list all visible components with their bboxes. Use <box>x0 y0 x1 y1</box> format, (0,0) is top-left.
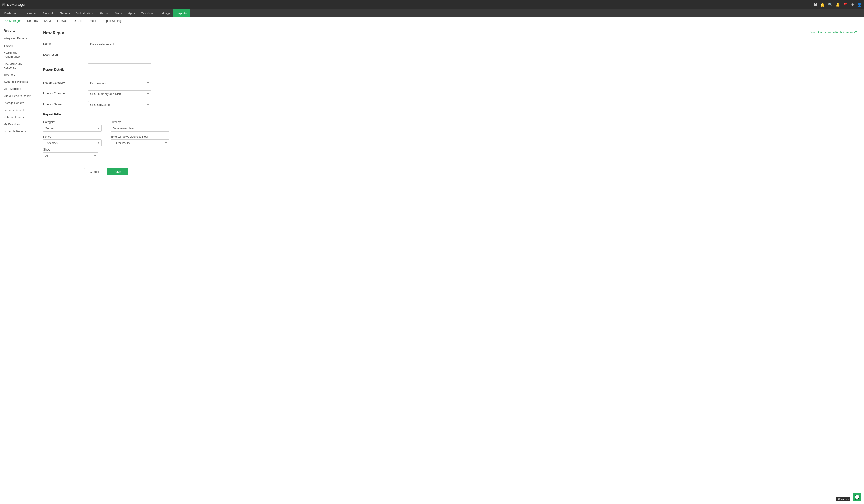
nav-item-reports[interactable]: Reports <box>173 9 190 17</box>
alarms-badge[interactable]: 42 alarms <box>836 497 851 501</box>
filter-grid: Category Server Router Switch Firewall F… <box>43 121 169 146</box>
period-label: Period <box>43 135 102 139</box>
nav-item-network[interactable]: Network <box>40 9 57 17</box>
button-row: Cancel Save <box>43 168 169 175</box>
nav-item-dashboard[interactable]: Dashboard <box>1 9 22 17</box>
report-filter-heading: Report Filter <box>43 112 857 117</box>
badge-count: 42 <box>838 498 841 501</box>
app-title: OpManager <box>7 3 814 7</box>
alarm-bell-icon[interactable]: 🔔 <box>836 2 840 7</box>
description-label: Description <box>43 51 88 56</box>
show-select[interactable]: All Top 10 Top 25 Top 50 <box>43 152 98 159</box>
bell-outline-icon[interactable]: 🔔 <box>820 2 825 7</box>
show-label: Show <box>43 148 98 151</box>
sidebar: Reports Integrated Reports System Health… <box>0 25 36 504</box>
report-category-row: Report Category Performance Availability… <box>43 80 857 86</box>
nav-item-servers[interactable]: Servers <box>57 9 73 17</box>
monitor-category-row: Monitor Category CPU, Memory and Disk Ne… <box>43 91 857 97</box>
sub-nav-report-settings[interactable]: Report Settings <box>99 17 126 25</box>
category-select[interactable]: Server Router Switch Firewall <box>43 125 102 132</box>
sidebar-item-availability[interactable]: Availability and Response <box>0 60 36 71</box>
time-window-field: Time Window / Business Hour Full 24 hour… <box>111 135 169 146</box>
description-row: Description <box>43 51 857 64</box>
page-title: New Report <box>43 31 857 35</box>
show-field: Show All Top 10 Top 25 Top 50 <box>43 148 98 159</box>
monitor-icon[interactable]: 🖥 <box>814 2 817 7</box>
monitor-category-select[interactable]: CPU, Memory and Disk Network Disk Memory <box>88 91 151 97</box>
sidebar-title: Reports <box>0 29 36 35</box>
sub-nav-ncm[interactable]: NCM <box>41 17 54 25</box>
avatar-icon[interactable]: 👤 <box>857 2 862 7</box>
content-area: Reports Integrated Reports System Health… <box>0 25 864 504</box>
report-details-heading: Report Details <box>43 68 857 72</box>
period-select[interactable]: This week Last week This month Last mont… <box>43 140 102 146</box>
name-label: Name <box>43 41 88 46</box>
sidebar-item-inventory[interactable]: Inventory <box>0 71 36 79</box>
sidebar-item-forecast[interactable]: Forecast Reports <box>0 107 36 114</box>
sub-nav-opmanager[interactable]: OpManager <box>2 17 24 25</box>
nav-item-apps[interactable]: Apps <box>125 9 138 17</box>
app-grid-icon[interactable]: ⊞ <box>2 2 5 7</box>
category-field: Category Server Router Switch Firewall <box>43 121 102 132</box>
cancel-button[interactable]: Cancel <box>84 168 104 175</box>
sidebar-item-schedule-reports[interactable]: Schedule Reports <box>0 128 36 135</box>
sidebar-item-health-performance[interactable]: Health and Performance <box>0 49 36 60</box>
description-input[interactable] <box>88 51 151 64</box>
filter-by-select[interactable]: Datacenter view All Devices Custom Group <box>111 125 169 132</box>
category-label: Category <box>43 121 102 124</box>
monitor-name-label: Monitor Name <box>43 101 88 106</box>
top-icons-container: 🖥 🔔 🔍 🔔 🚩 ⚙ 👤 <box>814 2 862 7</box>
report-category-label: Report Category <box>43 80 88 84</box>
sidebar-item-integrated-reports[interactable]: Integrated Reports <box>0 35 36 42</box>
sidebar-item-system[interactable]: System <box>0 42 36 49</box>
sub-nav-firewall[interactable]: Firewall <box>54 17 70 25</box>
name-input[interactable] <box>88 41 151 47</box>
report-details-divider <box>43 76 857 76</box>
sub-nav: OpManager NetFlow NCM Firewall OpUtils A… <box>0 17 864 25</box>
report-category-select[interactable]: Performance Availability Inventory Syste… <box>88 80 151 86</box>
sidebar-item-virtual-servers[interactable]: Virtual Servers Report <box>0 93 36 100</box>
filter-by-label: Filter by <box>111 121 169 124</box>
nav-item-alarms[interactable]: Alarms <box>96 9 112 17</box>
sidebar-item-wan-rtt[interactable]: WAN RTT Monitors <box>0 79 36 86</box>
gear-icon[interactable]: ⚙ <box>851 2 854 7</box>
nav-item-virtualization[interactable]: Virtualization <box>73 9 96 17</box>
time-window-label: Time Window / Business Hour <box>111 135 169 139</box>
sub-nav-audit[interactable]: Audit <box>86 17 99 25</box>
flag-icon[interactable]: 🚩 <box>843 2 848 7</box>
sub-nav-netflow[interactable]: NetFlow <box>24 17 41 25</box>
sidebar-item-nutanix[interactable]: Nutanix Reports <box>0 114 36 121</box>
period-field: Period This week Last week This month La… <box>43 135 102 146</box>
main-content: New Report Want to customize fields in r… <box>36 25 864 504</box>
monitor-name-select[interactable]: CPU Utilization Memory Utilization Disk … <box>88 101 151 108</box>
customize-fields-link[interactable]: Want to customize fields in reports? <box>811 31 857 34</box>
chat-button[interactable]: 💬 <box>853 493 861 501</box>
nav-item-settings[interactable]: Settings <box>156 9 173 17</box>
nav-item-workflow[interactable]: Workflow <box>138 9 156 17</box>
filter-by-field: Filter by Datacenter view All Devices Cu… <box>111 121 169 132</box>
top-bar: ⊞ OpManager 🖥 🔔 🔍 🔔 🚩 ⚙ 👤 <box>0 0 864 9</box>
sidebar-item-my-favorites[interactable]: My Favorites <box>0 121 36 128</box>
monitor-name-row: Monitor Name CPU Utilization Memory Util… <box>43 101 857 108</box>
badge-label: alarms <box>841 498 849 501</box>
sidebar-item-storage[interactable]: Storage Reports <box>0 100 36 107</box>
name-row: Name <box>43 41 857 47</box>
time-window-select[interactable]: Full 24 hours Business Hours Custom <box>111 140 169 146</box>
sidebar-item-voip[interactable]: VoIP Monitors <box>0 85 36 93</box>
nav-item-maps[interactable]: Maps <box>112 9 125 17</box>
save-button[interactable]: Save <box>107 168 128 175</box>
monitor-category-label: Monitor Category <box>43 91 88 95</box>
nav-item-inventory[interactable]: Inventory <box>22 9 40 17</box>
sub-nav-oputils[interactable]: OpUtils <box>70 17 86 25</box>
main-nav: Dashboard Inventory Network Servers Virt… <box>0 9 864 17</box>
nav-more-button[interactable]: ⋮ <box>854 11 863 15</box>
search-icon[interactable]: 🔍 <box>828 2 832 7</box>
